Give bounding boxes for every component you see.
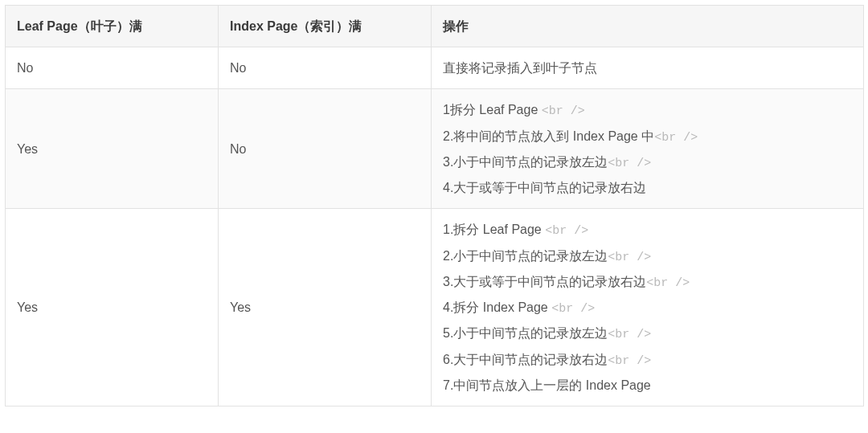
br-literal: <br /> [646,276,690,290]
br-literal: <br /> [608,251,651,264]
action-step: 1.拆分 Leaf Page <br /> [443,217,852,243]
action-step-text: 1.拆分 Leaf Page [443,223,545,236]
table-row: Yes No 1拆分 Leaf Page <br />2.将中间的节点放入到 I… [6,89,864,209]
header-action: 操作 [432,6,864,47]
header-leaf: Leaf Page（叶子）满 [6,6,219,47]
br-literal: <br /> [654,131,698,145]
header-index: Index Page（索引）满 [219,6,432,47]
table-header-row: Leaf Page（叶子）满 Index Page（索引）满 操作 [6,6,864,47]
action-step: 6.大于中间节点的记录放右边<br /> [443,347,852,373]
table-row: No No 直接将记录插入到叶子节点 [6,47,864,89]
cell-action: 1.拆分 Leaf Page <br />2.小于中间节点的记录放左边<br /… [432,209,864,406]
table-row: Yes Yes 1.拆分 Leaf Page <br />2.小于中间节点的记录… [6,209,864,406]
cell-leaf: No [6,47,219,89]
action-step: 4.大于或等于中间节点的记录放右边 [443,175,852,200]
br-literal: <br /> [551,302,595,316]
cell-index: No [219,47,432,89]
btree-insert-table: Leaf Page（叶子）满 Index Page（索引）满 操作 No No … [5,5,864,406]
action-step-text: 直接将记录插入到叶子节点 [443,61,597,75]
action-step-text: 7.中间节点放入上一层的 Index Page [443,378,651,392]
action-step: 3.小于中间节点的记录放左边<br /> [443,149,852,175]
action-step: 3.大于或等于中间节点的记录放右边<br /> [443,269,852,295]
action-step-text: 3.小于中间节点的记录放左边 [443,155,608,169]
br-literal: <br /> [608,328,651,341]
action-step: 2.小于中间节点的记录放左边<br /> [443,243,852,269]
cell-leaf: Yes [6,89,219,209]
cell-index: Yes [219,209,432,406]
br-literal: <br /> [542,104,585,118]
cell-index: No [219,89,432,209]
action-step: 4.拆分 Index Page <br /> [443,295,852,321]
action-step: 1拆分 Leaf Page <br /> [443,97,852,123]
action-step-text: 4.拆分 Index Page [443,300,551,314]
br-literal: <br /> [545,224,588,238]
action-step: 7.中间节点放入上一层的 Index Page [443,373,852,398]
action-step-text: 5.小于中间节点的记录放左边 [443,326,608,340]
cell-leaf: Yes [6,209,219,406]
cell-action: 1拆分 Leaf Page <br />2.将中间的节点放入到 Index Pa… [432,89,864,209]
action-step-text: 2.小于中间节点的记录放左边 [443,249,608,263]
br-literal: <br /> [608,157,651,170]
action-step-text: 2.将中间的节点放入到 Index Page 中 [443,129,654,143]
action-step-text: 4.大于或等于中间节点的记录放右边 [443,181,646,194]
action-step-text: 3.大于或等于中间节点的记录放右边 [443,275,646,288]
action-step-text: 1拆分 Leaf Page [443,103,542,116]
cell-action: 直接将记录插入到叶子节点 [432,47,864,89]
action-step: 5.小于中间节点的记录放左边<br /> [443,321,852,346]
action-step: 直接将记录插入到叶子节点 [443,55,852,80]
br-literal: <br /> [608,354,651,368]
action-step-text: 6.大于中间节点的记录放右边 [443,353,608,366]
action-step: 2.将中间的节点放入到 Index Page 中<br /> [443,124,852,149]
